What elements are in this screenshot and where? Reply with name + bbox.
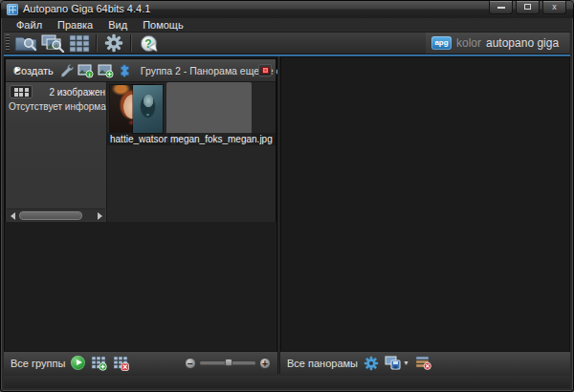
all-groups-label: Все группы <box>11 358 65 369</box>
add-group-icon <box>91 356 107 371</box>
zoom-slider-track[interactable] <box>200 361 255 364</box>
apg-logo-icon: apg <box>431 36 452 50</box>
main-toolbar: ? apg kolor autopano giga <box>4 32 570 54</box>
remove-panorama-button[interactable] <box>415 356 431 370</box>
info-horizontal-scrollbar[interactable] <box>7 208 105 221</box>
thumbnail-image-megan[interactable] <box>133 85 163 133</box>
panoramas-panel: Все панорамы <box>280 56 570 374</box>
panorama-settings-button[interactable] <box>364 356 379 371</box>
select-images-button[interactable] <box>39 33 66 54</box>
detect-grid-icon <box>69 34 90 53</box>
all-panoramas-label: Все панорамы <box>287 358 358 369</box>
remove-panorama-icon <box>415 356 431 370</box>
menu-edit[interactable]: Правка <box>50 18 100 32</box>
scroll-left-button[interactable] <box>7 209 18 222</box>
group-card: Создать i <box>5 58 276 222</box>
settings-button[interactable] <box>100 33 127 54</box>
group-close-button[interactable] <box>258 64 272 76</box>
scroll-right-button[interactable] <box>94 209 105 222</box>
toolbar-separator <box>130 34 132 52</box>
blue-gear-icon <box>364 356 379 371</box>
minimize-icon <box>497 7 505 9</box>
grid-view-icon <box>14 88 18 92</box>
menu-bar: Файл Правка Вид Помощь <box>4 18 570 32</box>
window-title: Autopano Giga 64bits 4.4.1 <box>23 3 150 14</box>
thumbnail-zoom-slider: − + <box>185 358 271 369</box>
image-add-icon <box>98 63 114 78</box>
arrow-right-icon <box>98 212 102 220</box>
menu-view[interactable]: Вид <box>100 18 135 32</box>
groups-panel: Создать i <box>4 56 277 374</box>
save-dropdown-caret[interactable]: ▼ <box>403 359 409 366</box>
group-info-panel: 2 изображен Отсутствует информация EX <box>6 82 107 222</box>
scrollbar-thumb[interactable] <box>19 211 82 220</box>
detect-all-button[interactable] <box>71 356 85 370</box>
status-bar <box>4 376 570 388</box>
image-info-icon: i <box>77 63 94 78</box>
remove-group-icon <box>113 356 129 371</box>
arrow-left-icon <box>11 212 15 220</box>
toolbar-grip[interactable] <box>6 34 10 52</box>
help-icon: ? <box>141 35 157 52</box>
zoom-slider-thumb[interactable] <box>225 359 232 366</box>
groups-bottom-bar: Все группы <box>4 351 277 374</box>
plugins-button[interactable] <box>118 62 131 79</box>
open-folder-button[interactable] <box>12 33 39 54</box>
maximize-button[interactable] <box>516 1 540 14</box>
render-save-button[interactable]: ▼ <box>385 356 409 370</box>
menu-file[interactable]: Файл <box>9 18 50 32</box>
app-window: Autopano Giga 64bits 4.4.1 x Файл Правка… <box>0 0 574 392</box>
maximize-icon <box>524 4 531 10</box>
brand-logo: apg kolor autopano giga <box>426 33 569 54</box>
toolbar-separator <box>96 34 98 52</box>
minimize-button[interactable] <box>489 1 513 14</box>
group-body: 2 изображен Отсутствует информация EX ha… <box>6 82 276 222</box>
wrench-icon <box>59 63 74 77</box>
zoom-in-button[interactable]: + <box>259 358 271 369</box>
puzzle-icon <box>118 64 131 77</box>
add-images-button[interactable] <box>98 62 114 79</box>
exif-warning-label: Отсутствует информация EX <box>9 101 107 112</box>
app-icon <box>7 4 18 15</box>
main-content: Создать i <box>4 56 570 374</box>
group-settings-button[interactable] <box>59 62 74 79</box>
group-header: Создать i <box>6 59 276 82</box>
select-images-icon <box>40 33 65 53</box>
title-bar[interactable]: Autopano Giga 64bits 4.4.1 x <box>1 1 573 18</box>
menu-help[interactable]: Помощь <box>135 18 191 32</box>
zoom-out-button[interactable]: − <box>185 358 196 369</box>
settings-gear-icon <box>104 33 123 53</box>
image-properties-button[interactable]: i <box>77 62 94 79</box>
grid-view-button[interactable] <box>10 85 33 98</box>
save-panorama-icon <box>385 356 402 370</box>
panoramas-bottom-bar: Все панорамы <box>280 351 570 374</box>
open-folder-search-icon <box>13 33 38 53</box>
images-count-label: 2 изображен <box>49 87 105 98</box>
window-controls: x <box>489 1 566 14</box>
thumbnails-area: hattie_watson.jpg megan_foks_megan.jpg <box>107 82 276 222</box>
remove-group-button[interactable] <box>113 356 129 371</box>
thumbnail-filename: megan_foks_megan.jpg <box>167 133 276 145</box>
close-button[interactable]: x <box>542 1 566 14</box>
resize-grip[interactable] <box>559 377 568 386</box>
brand-product: autopano giga <box>486 36 559 50</box>
add-group-button[interactable] <box>91 356 107 371</box>
help-button[interactable]: ? <box>135 33 162 54</box>
detect-button[interactable] <box>66 33 93 54</box>
brand-kolor: kolor <box>456 36 481 50</box>
close-red-icon <box>262 67 269 74</box>
